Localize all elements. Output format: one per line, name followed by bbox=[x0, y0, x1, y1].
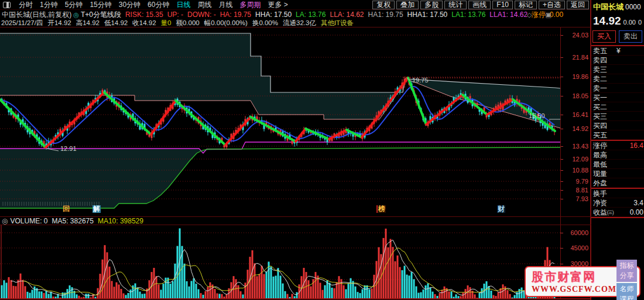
zigzag-segment bbox=[251, 117, 296, 142]
panel-toggle-icon[interactable] bbox=[3, 2, 11, 8]
volume-bar bbox=[308, 280, 310, 299]
toolbar-button-返回[interactable]: 返回 bbox=[567, 1, 589, 9]
period-tab-分时[interactable]: 分时 bbox=[15, 0, 36, 10]
buy-button[interactable]: 买入 bbox=[592, 30, 616, 43]
ask-row-卖五: 卖五¥ bbox=[591, 46, 644, 56]
chart-marker-财[interactable]: 财 bbox=[497, 205, 505, 213]
indicator-field: LA1: 13.76 bbox=[451, 11, 485, 19]
volume-bar bbox=[135, 284, 136, 299]
volume-bar bbox=[406, 275, 408, 299]
volume-bar bbox=[252, 250, 254, 299]
info-label: 收益㈢ bbox=[593, 208, 614, 216]
chart-marker-榜[interactable]: 榜 bbox=[376, 205, 386, 213]
volume-bar bbox=[107, 252, 108, 299]
volume-bar bbox=[362, 289, 364, 299]
volume-bar bbox=[273, 277, 275, 299]
volume-bar bbox=[395, 261, 396, 299]
main-chart[interactable] bbox=[0, 27, 560, 216]
toolbar-button-复权[interactable]: 复权 bbox=[372, 1, 395, 9]
volume-bar bbox=[174, 264, 176, 299]
ask-label: 卖四 bbox=[593, 56, 607, 64]
info-row-净资: 净资3.4 bbox=[591, 198, 644, 208]
volume-collapse-icon[interactable]: ◎ bbox=[2, 217, 8, 225]
info-row-外盘: 外盘 bbox=[591, 178, 644, 188]
volume-bar bbox=[310, 287, 312, 299]
ask-row-卖三: 卖三 bbox=[591, 65, 644, 74]
indicator-field: UP: - bbox=[167, 11, 183, 19]
volume-chart-canvas[interactable] bbox=[0, 225, 560, 299]
chart-marker-回[interactable]: 回 bbox=[62, 205, 70, 213]
period-tab-15分钟[interactable]: 15分钟 bbox=[86, 0, 115, 10]
period-tab-月线[interactable]: 月线 bbox=[215, 0, 236, 10]
trading-app-window: 分时1分钟5分钟15分钟30分钟60分钟日线周线月线多周期更多 > 复权叠加多股… bbox=[0, 0, 644, 300]
sell-button[interactable]: 卖出 bbox=[619, 30, 642, 43]
ohlc-field: 流通32.3亿 bbox=[283, 19, 316, 27]
volume-bar bbox=[214, 289, 216, 299]
toolbar-button-画线[interactable]: 画线 bbox=[468, 1, 491, 9]
mini-icons[interactable]: ◇ ▣ bbox=[527, 11, 557, 19]
volume-bar bbox=[369, 289, 371, 299]
volume-bar bbox=[6, 282, 8, 299]
faint-overlay-text bbox=[2, 202, 101, 206]
watermark-box: 股市财富网 WWW.GSCFW.COM 指标分享 名师课程 bbox=[525, 266, 640, 297]
period-tab-1分钟[interactable]: 1分钟 bbox=[36, 0, 61, 10]
volume-field: MA5: 382675 bbox=[52, 217, 94, 225]
bid-label: 买五 bbox=[593, 130, 607, 139]
period-tab-60分钟[interactable]: 60分钟 bbox=[144, 0, 173, 10]
volume-bar bbox=[266, 271, 268, 299]
volume-bar bbox=[416, 287, 417, 299]
ohlc-field: 高14.92 bbox=[76, 19, 100, 27]
volume-bar bbox=[278, 268, 279, 299]
toolbar: 分时1分钟5分钟15分钟30分钟60分钟日线周线月线多周期更多 > 复权叠加多股… bbox=[0, 0, 590, 10]
volume-bar bbox=[320, 282, 321, 299]
volume-bar bbox=[137, 288, 139, 299]
period-tab-日线[interactable]: 日线 bbox=[173, 0, 194, 10]
indicator-toggle-icon[interactable]: ◎ bbox=[73, 11, 79, 19]
period-tab-多周期[interactable]: 多周期 bbox=[236, 0, 264, 10]
period-tab-更多 >[interactable]: 更多 > bbox=[264, 0, 291, 10]
price-change: 0.00 bbox=[624, 19, 636, 26]
volume-bar bbox=[1, 285, 3, 299]
volume-bar bbox=[324, 285, 326, 299]
stock-header: 中国长城0000 bbox=[593, 2, 644, 12]
toolbar-button-标记[interactable]: 标记 bbox=[515, 1, 537, 9]
candlestick-chart-canvas[interactable] bbox=[0, 27, 560, 216]
volume-bar bbox=[167, 278, 169, 299]
volume-bar bbox=[329, 282, 331, 299]
ohlc-field: 额0.000 bbox=[176, 19, 199, 27]
volume-bar bbox=[32, 289, 33, 299]
indicator-values: RISK: 15.35UP: -DOWN: -HA: 19.75HHA: 17.… bbox=[125, 10, 567, 19]
volume-pane[interactable] bbox=[0, 225, 560, 299]
toolbar-button-叠加[interactable]: 叠加 bbox=[396, 1, 419, 9]
volume-bar bbox=[114, 287, 115, 299]
indicator-name[interactable]: T+0分笔线段 bbox=[81, 10, 121, 19]
volume-bar bbox=[427, 284, 429, 299]
indicator-field: HA: 19.75 bbox=[220, 11, 251, 19]
toolbar-button-多股[interactable]: 多股 bbox=[420, 1, 443, 9]
toolbar-button-F10[interactable]: F10 bbox=[492, 1, 513, 9]
volume-bar bbox=[8, 277, 10, 299]
volume-bar bbox=[270, 267, 272, 299]
lower-channel-band bbox=[0, 149, 242, 208]
volume-bar bbox=[348, 284, 350, 299]
price-axis-label: 21.84 bbox=[572, 54, 588, 61]
volume-bar bbox=[364, 285, 366, 299]
volume-bar bbox=[4, 280, 5, 299]
watermark-badge-1: 指标分享 bbox=[616, 260, 637, 282]
period-tab-5分钟[interactable]: 5分钟 bbox=[61, 0, 87, 10]
chart-marker-解[interactable]: 解 bbox=[93, 205, 101, 213]
volume-bar bbox=[430, 288, 431, 299]
volume-bar bbox=[371, 288, 373, 299]
price-change-pct: 0 bbox=[638, 19, 642, 26]
period-tab-30分钟[interactable]: 30分钟 bbox=[115, 0, 144, 10]
bid-label: 买四 bbox=[593, 121, 607, 130]
ohlc-field: 其他IT设备 bbox=[321, 19, 354, 27]
period-tabs: 分时1分钟5分钟15分钟30分钟60分钟日线周线月线多周期更多 > bbox=[15, 0, 292, 10]
period-tab-周线[interactable]: 周线 bbox=[194, 0, 215, 10]
volume-bar bbox=[22, 280, 24, 299]
volume-bar bbox=[397, 256, 399, 299]
volume-bar bbox=[331, 288, 333, 299]
toolbar-button-统计[interactable]: 统计 bbox=[444, 1, 467, 9]
volume-tick bbox=[560, 233, 563, 233]
toolbar-button-+自选[interactable]: +自选 bbox=[539, 1, 565, 9]
